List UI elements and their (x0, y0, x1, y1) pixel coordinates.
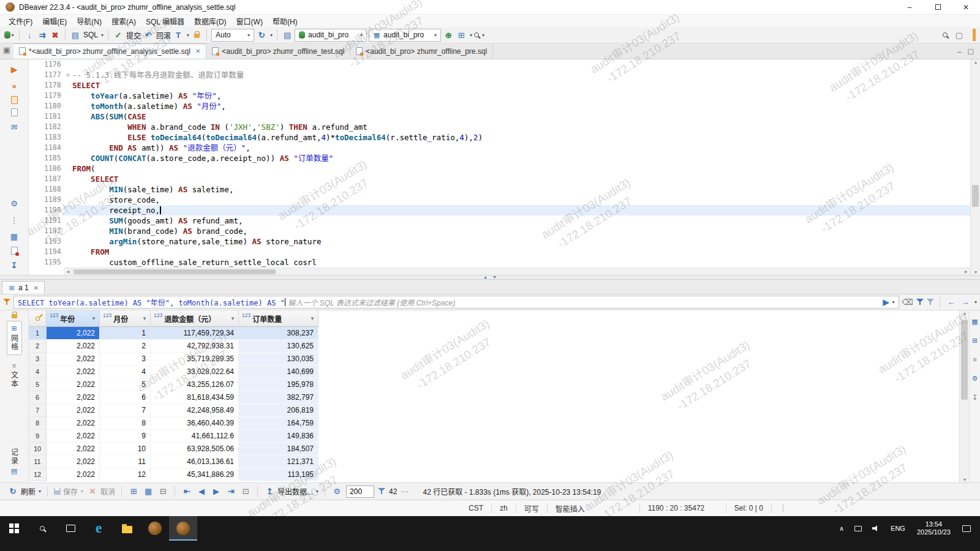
scroll-up-icon[interactable]: ▲ (971, 60, 980, 64)
save-filter-icon[interactable] (927, 299, 934, 305)
scrollbar-thumb[interactable] (961, 320, 968, 400)
grid-cell[interactable]: 121,371 (239, 455, 318, 468)
grid-cell[interactable]: 11 (100, 455, 151, 468)
tunnel-button[interactable]: ⊞▾ (456, 29, 472, 41)
script-icon[interactable] (11, 108, 18, 116)
commit-mode-select[interactable]: Auto▾ (211, 29, 254, 42)
grid-cell[interactable]: 1 (100, 327, 151, 340)
tab-record-view[interactable]: 记录 ▤ (7, 444, 22, 479)
restore-panel-icon[interactable]: ▣ (1, 43, 12, 56)
custom-filter-icon[interactable] (916, 299, 924, 305)
scrollbar-thumb[interactable] (972, 185, 979, 207)
code-text[interactable]: -- 5.1.3 线下每年各月退款金额、退款订单数量 (72, 70, 970, 80)
grid-cell[interactable]: 81,618,434.59 (151, 391, 239, 404)
duplicate-row-icon[interactable]: ▦ (143, 485, 154, 498)
value-viewer-panel-icon[interactable]: ▦ (970, 315, 980, 328)
row-number[interactable]: 11 (29, 455, 47, 468)
results-grid[interactable]: 123年份▼123月份▼123退款金额（元）▼123订单数量▼ 12,02211… (29, 310, 959, 482)
chevron-down-icon[interactable]: ▾ (39, 489, 41, 494)
tab-grid-view[interactable]: ⊞ 网格 (7, 321, 22, 355)
chevron-down-icon[interactable]: ▾ (81, 489, 83, 494)
taskbar-clock[interactable]: 13:54 2025/10/23 (911, 520, 956, 536)
row-number[interactable]: 12 (29, 468, 47, 481)
connection-select[interactable]: audit_bi_pro▾ (295, 29, 367, 42)
execute-script-icon[interactable]: » (9, 80, 20, 92)
grid-cell[interactable]: 9 (100, 430, 151, 443)
output-console-icon[interactable]: ✉ (9, 121, 20, 133)
code-text[interactable]: argMin(store_nature,sale_time) AS store_… (72, 236, 970, 247)
volume-icon[interactable] (868, 516, 884, 541)
query-history-button[interactable]: ↻▾ (256, 29, 273, 41)
explain-plan-icon[interactable] (11, 96, 18, 104)
grid-cell[interactable]: 2,022 (47, 443, 100, 455)
row-number[interactable]: 1 (29, 327, 47, 340)
taskbar-search-button[interactable] (28, 516, 56, 541)
more-icon[interactable]: ⋯ (401, 487, 408, 496)
metadata-panel-icon[interactable]: ≡ (970, 353, 980, 365)
grid-cell[interactable]: 4 (100, 365, 151, 378)
menu-item[interactable]: 数据库(D) (189, 15, 232, 28)
grid-cell[interactable]: 10 (100, 443, 151, 455)
code-text[interactable]: MIN(brand_code) AS brand_code, (72, 226, 970, 236)
filter-dropdown-icon[interactable]: ▼ (91, 316, 96, 321)
row-number[interactable]: 8 (29, 417, 47, 430)
row-number[interactable]: 9 (29, 430, 47, 443)
grid-cell[interactable]: 2,022 (47, 430, 100, 443)
grid-cell[interactable]: 130,625 (239, 340, 318, 353)
code-text[interactable]: SELECT (72, 80, 970, 91)
grid-cell[interactable]: 184,507 (239, 443, 318, 455)
minimize-button[interactable]: – (895, 0, 924, 15)
editor-tab[interactable]: <audit_bi_pro> zhumr_offline_pre.sql (350, 43, 493, 59)
insert-mode-indicator[interactable]: 智能插入 (548, 500, 639, 516)
code-text[interactable]: SUM(goods_amt) AS refund_amt, (72, 216, 970, 226)
minimize-editor-icon[interactable]: – (957, 48, 961, 55)
transaction-mode-button[interactable]: T▾ (173, 29, 189, 41)
grid-corner[interactable] (29, 310, 47, 327)
notification-center-button[interactable] (958, 516, 975, 541)
rollback-button[interactable]: ↶回滚 (143, 29, 171, 41)
menu-item[interactable]: 编辑(E) (37, 15, 72, 28)
chevron-down-icon[interactable]: ▾ (316, 489, 318, 494)
grid-cell[interactable]: 41,661,112.6 (151, 430, 239, 443)
column-header[interactable]: 123退款金额（元）▼ (151, 310, 239, 327)
filter-input[interactable]: SELECT toYear(a.saletime) AS "年份", toMon… (13, 296, 899, 309)
code-text[interactable]: receipt_no, (72, 205, 970, 216)
code-text[interactable]: store_code, (72, 195, 970, 205)
cancel-button[interactable]: ✕取消 (87, 485, 115, 498)
export-data-button[interactable]: ↥导出数据...▾ (264, 485, 318, 498)
maximize-button[interactable] (924, 0, 952, 15)
scroll-down-icon[interactable]: ▼ (960, 478, 970, 482)
grid-cell[interactable]: 2,022 (47, 378, 100, 391)
grid-cell[interactable]: 2,022 (47, 468, 100, 481)
last-row-icon[interactable]: ⇥ (225, 485, 236, 498)
row-number[interactable]: 3 (29, 353, 47, 365)
caret-position[interactable]: 1190 : 20 : 35472 (640, 500, 726, 516)
grid-cell[interactable]: 2,022 (47, 340, 100, 353)
grid-cell[interactable]: 2 (100, 340, 151, 353)
grid-cell[interactable]: 36,460,440.39 (151, 417, 239, 430)
row-number[interactable]: 6 (29, 391, 47, 404)
schema-select[interactable]: ▦audit_bi_pro▾ (369, 29, 441, 42)
grid-cell[interactable]: 382,797 (239, 391, 318, 404)
next-row-icon[interactable]: ▶ (211, 485, 222, 498)
export-panel-icon[interactable]: ↧ (970, 391, 980, 403)
language-switcher[interactable]: ENG (886, 516, 910, 541)
overflow-menu-icon[interactable]: ⋮ (9, 214, 20, 226)
grid-cell[interactable]: 308,237 (239, 327, 318, 340)
clear-filter-icon[interactable]: ⌫ (902, 296, 913, 309)
editor-tab[interactable]: <audit_bi_pro> zhumr_offline_test.sql (206, 43, 350, 59)
grid-cell[interactable]: 35,719,289.35 (151, 353, 239, 365)
previous-row-icon[interactable]: ◀ (196, 485, 207, 498)
menu-item[interactable]: 窗口(W) (232, 15, 268, 28)
goto-object-icon[interactable]: ↓ (24, 29, 35, 41)
close-icon[interactable]: ✕ (34, 285, 39, 291)
tray-expand-icon[interactable]: ∧ (835, 516, 848, 541)
grid-cell[interactable]: 63,928,505.06 (151, 443, 239, 455)
column-header[interactable]: 123订单数量▼ (239, 310, 318, 327)
grid-cell[interactable]: 2,022 (47, 417, 100, 430)
code-text[interactable]: custom_offline_sale_return_settle_local … (72, 257, 970, 268)
fetch-size-input[interactable] (346, 485, 374, 498)
search-icon[interactable] (943, 32, 948, 37)
grid-cell[interactable]: 113,195 (239, 468, 318, 481)
settings-gear-icon[interactable]: ⚙ (331, 485, 342, 498)
